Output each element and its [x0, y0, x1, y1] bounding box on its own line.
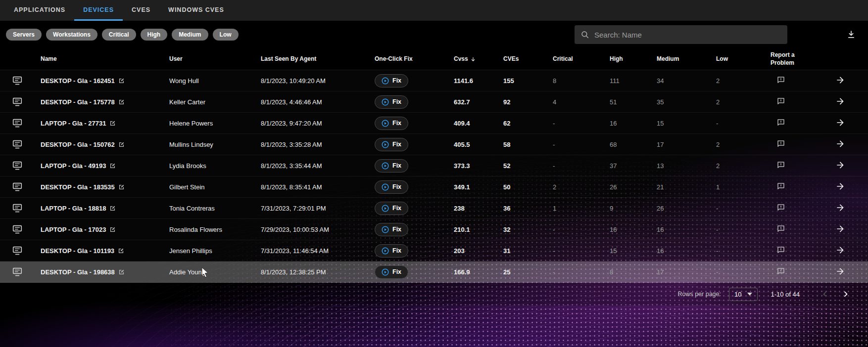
row-detail-arrow-icon[interactable] [835, 266, 845, 276]
pagination-bar: Rows per page: 10 1-10 of 44 [0, 283, 868, 305]
next-page-button[interactable] [835, 287, 856, 302]
search-input[interactable] [594, 31, 781, 39]
table-row[interactable]: DESKTOP - Gla - 175778 Keller Carter 8/1… [0, 91, 868, 113]
table-row[interactable]: DESKTOP - Gla - 150762 Mullins Lindsey 8… [0, 134, 868, 155]
report-problem-icon[interactable] [776, 97, 785, 106]
arrow-cell [821, 224, 868, 235]
table-row[interactable]: DESKTOP - Gla - 101193 Jensen Phillips 7… [0, 240, 868, 261]
fix-button[interactable]: Fix [375, 223, 408, 236]
row-detail-arrow-icon[interactable] [835, 245, 845, 255]
header-cves[interactable]: CVEs [497, 55, 547, 63]
rows-per-page-select[interactable]: 10 [729, 288, 758, 301]
report-problem-icon[interactable] [776, 203, 785, 212]
play-icon [382, 77, 389, 85]
edit-icon[interactable] [118, 99, 125, 105]
edit-icon[interactable] [109, 205, 116, 212]
edit-icon[interactable] [109, 226, 116, 233]
fix-button[interactable]: Fix [375, 117, 408, 130]
name-cell: DESKTOP - Gla - 198638 [35, 268, 163, 276]
fix-button[interactable]: Fix [375, 244, 408, 258]
edit-icon[interactable] [109, 163, 116, 169]
device-icon [12, 140, 22, 149]
report-problem-icon[interactable] [776, 224, 785, 233]
table-row[interactable]: DESKTOP - Gla - 183535 Gilbert Stein 8/1… [0, 176, 868, 198]
row-detail-arrow-icon[interactable] [835, 96, 845, 106]
row-detail-arrow-icon[interactable] [835, 160, 845, 170]
table-row[interactable]: LAPTOP - Gla - 18818 Tonia Contreras 7/3… [0, 198, 868, 219]
fix-button[interactable]: Fix [375, 265, 408, 279]
filter-chip-workstations[interactable]: Workstations [46, 29, 97, 41]
tab-cves[interactable]: CVES [123, 0, 159, 21]
critical-cell: - [547, 247, 604, 255]
row-detail-arrow-icon[interactable] [835, 181, 845, 191]
critical-cell: - [547, 141, 604, 148]
fix-button[interactable]: Fix [375, 159, 408, 173]
edit-icon[interactable] [118, 184, 125, 190]
tab-applications[interactable]: APPLICATIONS [5, 0, 74, 21]
table-header-row: Name User Last Seen By Agent One-Click F… [0, 48, 868, 70]
report-problem-icon[interactable] [776, 246, 785, 255]
edit-icon[interactable] [109, 120, 116, 127]
header-high[interactable]: High [604, 55, 651, 63]
arrow-cell [821, 96, 868, 108]
device-icon [12, 246, 22, 256]
fix-button[interactable]: Fix [375, 95, 408, 109]
header-low[interactable]: Low [710, 55, 765, 63]
header-one-click-fix[interactable]: One-Click Fix [369, 55, 448, 63]
arrow-cell [821, 245, 868, 257]
header-cvss[interactable]: Cvss [448, 55, 497, 63]
edit-icon[interactable] [118, 78, 125, 84]
row-detail-arrow-icon[interactable] [835, 203, 845, 213]
arrow-cell [821, 139, 868, 150]
table-row[interactable]: LAPTOP - Gla - 27731 Helene Powers 8/1/2… [0, 113, 868, 134]
fix-cell: Fix [369, 202, 448, 215]
tab-devices[interactable]: DEVICES [74, 0, 123, 21]
user-cell: Wong Hull [163, 77, 255, 85]
header-user[interactable]: User [163, 55, 255, 63]
medium-cell: 26 [651, 205, 710, 212]
report-problem-icon[interactable] [776, 118, 785, 127]
edit-icon[interactable] [118, 248, 124, 254]
header-medium[interactable]: Medium [651, 55, 710, 63]
header-critical[interactable]: Critical [547, 55, 604, 63]
fix-label: Fix [392, 98, 401, 105]
edit-icon[interactable] [118, 141, 125, 148]
report-problem-icon[interactable] [776, 76, 785, 85]
fix-button[interactable]: Fix [375, 138, 408, 151]
user-cell: Addie Young [163, 268, 255, 276]
table-row[interactable]: DESKTOP - Gla - 198638 Addie Young 8/1/2… [0, 261, 868, 283]
fix-cell: Fix [369, 159, 448, 173]
header-name[interactable]: Name [35, 55, 163, 63]
report-problem-icon[interactable] [776, 139, 785, 148]
report-cell [765, 118, 821, 129]
report-problem-icon[interactable] [776, 267, 785, 276]
filter-chip-critical[interactable]: Critical [102, 29, 136, 41]
report-cell [765, 161, 821, 171]
name-cell: LAPTOP - Gla - 17023 [35, 226, 163, 233]
table-row[interactable]: LAPTOP - Gla - 49193 Lydia Brooks 8/1/20… [0, 155, 868, 176]
header-last-seen[interactable]: Last Seen By Agent [255, 55, 369, 63]
report-problem-icon[interactable] [776, 161, 785, 170]
download-button[interactable] [846, 30, 856, 40]
device-name: LAPTOP - Gla - 17023 [41, 226, 106, 233]
filter-chip-low[interactable]: Low [213, 29, 239, 41]
table-row[interactable]: LAPTOP - Gla - 17023 Rosalinda Flowers 7… [0, 219, 868, 240]
tab-windows-cves[interactable]: WINDOWS CVES [159, 0, 233, 21]
row-detail-arrow-icon[interactable] [835, 224, 845, 234]
fix-button[interactable]: Fix [375, 180, 408, 194]
fix-button[interactable]: Fix [375, 74, 408, 87]
device-icon-cell [0, 246, 35, 256]
edit-icon[interactable] [118, 269, 125, 275]
filter-chip-servers[interactable]: Servers [6, 29, 42, 41]
filter-bar: Servers Workstations Critical High Mediu… [0, 21, 868, 48]
filter-chip-high[interactable]: High [141, 29, 168, 41]
row-detail-arrow-icon[interactable] [835, 118, 845, 128]
row-detail-arrow-icon[interactable] [835, 139, 845, 149]
user-cell: Gilbert Stein [163, 183, 255, 191]
report-problem-icon[interactable] [776, 182, 785, 191]
row-detail-arrow-icon[interactable] [835, 75, 845, 85]
table-row[interactable]: DESKTOP - Gla - 162451 Wong Hull 8/1/202… [0, 70, 868, 91]
fix-label: Fix [392, 247, 401, 254]
fix-button[interactable]: Fix [375, 202, 408, 215]
filter-chip-medium[interactable]: Medium [172, 29, 208, 41]
